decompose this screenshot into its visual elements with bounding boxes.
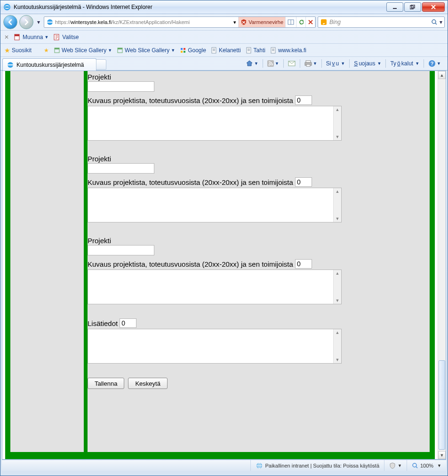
description-textarea-3[interactable]: ▲▼ [88,270,342,304]
lisatiedot-textarea[interactable]: ▲▼ [88,329,342,364]
desc-label: Kuvaus projektista, toteutusvuosista (20… [88,260,293,268]
fav-item-kela[interactable]: www.kela.fi [270,47,306,54]
fav-item-google[interactable]: Google [180,47,206,54]
svg-rect-19 [181,51,183,53]
help-button[interactable]: ?▼ [426,59,443,68]
security-menu[interactable]: Suojaus▼ [352,59,383,68]
slice-icon [117,47,123,54]
description-textarea-1[interactable]: ▲▼ [88,106,342,141]
print-icon [304,60,312,67]
projekti-name-input-1[interactable] [88,81,154,92]
feeds-button[interactable]: ▼ [265,59,281,68]
lisatiedot-counter: 0 [120,318,136,328]
svg-rect-22 [247,48,251,53]
svg-rect-21 [212,48,216,53]
convert-button[interactable]: Muunna ▼ [14,33,48,41]
nav-bar: ▾ https://wintersyste.kela.fi/kz/KZExtra… [0,14,448,30]
close-button[interactable] [422,2,445,12]
scroll-up-button[interactable]: ▲ [438,71,446,79]
star-icon: ★ [4,47,10,54]
mail-button[interactable] [286,60,297,67]
content-area: ▲▼ Projekti Kuvaus projektista, toteutus… [2,71,446,460]
svg-rect-11 [15,34,19,36]
security-zone[interactable]: Paikallinen intranet | Suojattu tila: Po… [250,460,384,471]
url-dropdown[interactable]: ▾ [232,17,239,27]
page-scrollbar[interactable]: ▲ ▼ [438,71,446,459]
save-button[interactable]: Tallenna [88,378,124,389]
pdf-select-icon [53,33,61,41]
ie-icon [3,3,11,11]
refresh-button[interactable] [296,17,306,27]
maximize-button[interactable] [404,2,421,12]
search-menu[interactable]: ▾ [440,19,442,25]
webpage: ▲▼ Projekti Kuvaus projektista, toteutus… [2,71,438,459]
projekti-name-input-2[interactable] [88,163,154,174]
url-path: /kz/KZExtranetApplication/Hakemi [112,19,190,25]
forward-button[interactable] [19,15,33,29]
ie-page-icon [7,61,14,69]
back-button[interactable] [3,15,17,29]
compat-view-button[interactable] [286,17,296,27]
page-frame: ▲▼ Projekti Kuvaus projektista, toteutus… [5,71,435,459]
page-icon [211,47,217,54]
page-menu[interactable]: Sivu▼ [324,59,347,68]
fav-item-webslice1[interactable]: Web Slice Gallery▼ [54,47,112,54]
char-counter-3: 0 [295,259,312,269]
add-fav-icon[interactable]: ★ [44,47,49,54]
nav-history-dropdown[interactable]: ▾ [35,19,42,25]
tools-menu[interactable]: Työkalut▼ [388,59,421,68]
fav-item-tahti[interactable]: Tahti [246,47,265,54]
textarea-scrollbar[interactable]: ▲▼ [333,329,341,363]
slice-icon [54,47,60,54]
protected-mode-icon-cell[interactable]: ▼ [384,460,407,471]
desc-label: Kuvaus projektista, toteutusvuosista (20… [88,96,293,104]
projekti-block-1: Projekti Kuvaus projektista, toteutusvuo… [88,73,430,141]
shield-bad-icon [240,19,247,25]
fav-item-webslice2[interactable]: Web Slice Gallery▼ [117,47,175,54]
textarea-scrollbar[interactable]: ▲▼ [333,106,341,140]
projekti-label: Projekti [88,155,430,163]
projekti-label: Projekti [88,237,430,245]
desc-label: Kuvaus projektista, toteutusvuosista (20… [88,178,293,186]
svg-point-1 [4,6,10,8]
favorites-button[interactable]: ★ Suosikit [4,47,32,54]
search-box[interactable]: Bing ▾ [318,16,445,28]
address-bar[interactable]: https://wintersyste.kela.fi/kz/KZExtrane… [44,16,316,28]
textarea-scrollbar[interactable]: ▲▼ [333,188,341,222]
svg-rect-17 [181,48,183,50]
tab-bar: Kuntoutuskurssijärjestelmä ▼ ▼ ▼ Sivu▼ S… [0,56,448,71]
search-placeholder: Bing [329,19,341,25]
projekti-name-input-3[interactable] [88,245,154,255]
svg-rect-18 [184,48,185,50]
mail-icon [288,61,296,66]
pdf-toolbar: ✕ Muunna ▼ Valitse [0,30,448,43]
status-bar: Paikallinen intranet | Suojattu tila: Po… [2,460,446,471]
scroll-thumb[interactable] [439,360,445,450]
zoom-control[interactable]: 100% ▼ [407,460,446,471]
projekti-block-3: Projekti Kuvaus projektista, toteutusvuo… [88,237,430,304]
minimize-button[interactable] [386,2,403,12]
char-counter-2: 0 [295,177,312,187]
fav-item-kelanetti[interactable]: Kelanetti [211,47,241,54]
textarea-scrollbar[interactable]: ▲▼ [333,270,341,304]
svg-point-27 [269,64,270,66]
certificate-error[interactable]: Varmennevirhe [239,17,286,27]
print-button[interactable]: ▼ [303,59,319,68]
window-title: Kuntoutuskurssijärjestelmä - Windows Int… [14,4,152,10]
page-tab[interactable]: Kuntoutuskurssijärjestelmä [2,58,96,71]
description-textarea-2[interactable]: ▲▼ [88,188,342,222]
title-bar: Kuntoutuskurssijärjestelmä - Windows Int… [0,0,448,14]
svg-point-36 [413,463,416,467]
scroll-down-button[interactable]: ▼ [438,451,446,459]
cancel-button[interactable]: Keskeytä [128,378,167,389]
url-scheme: https:// [55,19,71,25]
new-tab-button[interactable] [96,59,106,70]
google-icon [180,47,186,54]
home-button[interactable]: ▼ [244,59,260,68]
select-button[interactable]: Valitse [53,33,79,41]
search-go-button[interactable] [431,19,438,25]
stop-button[interactable] [306,17,315,27]
char-counter-1: 0 [295,95,312,105]
home-icon [246,60,253,67]
svg-rect-16 [118,48,122,49]
